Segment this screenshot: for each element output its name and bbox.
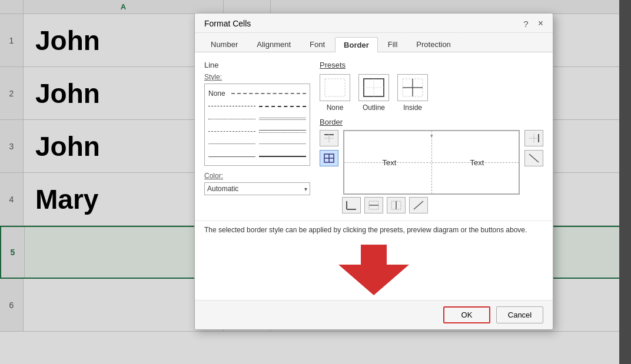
tab-font[interactable]: Font bbox=[301, 36, 334, 52]
tab-number[interactable]: Number bbox=[202, 36, 247, 52]
dialog-body: Line Style: None bbox=[195, 52, 553, 221]
color-select-value: Automatic bbox=[207, 185, 238, 193]
border-btn-inner-h[interactable] bbox=[364, 197, 383, 213]
color-dropdown-arrow: ▾ bbox=[304, 186, 307, 192]
dialog-controls: ? × bbox=[521, 18, 546, 29]
style-line-5[interactable] bbox=[208, 153, 306, 160]
border-layout: ▾ Text Text bbox=[320, 130, 543, 195]
help-button[interactable]: ? bbox=[521, 19, 530, 29]
border-inner-v-icon bbox=[391, 201, 401, 210]
cancel-button[interactable]: Cancel bbox=[496, 306, 543, 323]
style-line-2[interactable] bbox=[208, 115, 306, 122]
close-button[interactable]: × bbox=[536, 18, 546, 29]
none-label: None bbox=[208, 89, 225, 98]
presets-title: Presets bbox=[320, 61, 543, 69]
svg-line-16 bbox=[529, 154, 539, 162]
ok-button[interactable]: OK bbox=[443, 306, 490, 323]
dialog-title: Format Cells bbox=[204, 19, 251, 28]
preset-outline[interactable]: Outline bbox=[358, 74, 389, 112]
preset-inside[interactable]: Inside bbox=[397, 74, 428, 112]
border-bottom-left-icon bbox=[346, 201, 357, 210]
preset-none[interactable]: None bbox=[320, 74, 350, 112]
border-bottom-row bbox=[320, 197, 543, 213]
preset-outline-icon[interactable] bbox=[358, 74, 389, 101]
arrow-head bbox=[338, 265, 409, 295]
line-panel: Line Style: None bbox=[204, 61, 310, 213]
tab-protection[interactable]: Protection bbox=[407, 36, 460, 52]
border-btn-top-outside[interactable] bbox=[320, 130, 338, 146]
preset-none-label: None bbox=[327, 103, 344, 112]
border-btn-right-outside[interactable] bbox=[524, 130, 543, 146]
line-section-title: Line bbox=[204, 61, 310, 69]
border-buttons-right bbox=[524, 130, 543, 166]
preview-text-left: Text bbox=[383, 158, 397, 167]
preset-inside-icon[interactable] bbox=[397, 74, 428, 101]
style-line-none[interactable]: None bbox=[208, 89, 306, 98]
preset-inside-svg bbox=[401, 78, 424, 98]
dialog-titlebar: Format Cells ? × bbox=[195, 14, 553, 33]
border-btn-diag[interactable] bbox=[524, 150, 543, 166]
style-line-3[interactable] bbox=[208, 128, 306, 135]
border-top-outside-icon bbox=[324, 133, 334, 143]
preset-none-svg bbox=[324, 78, 346, 98]
dialog-footer: OK Cancel bbox=[195, 300, 553, 329]
format-cells-dialog: Format Cells ? × Number Alignment Font B… bbox=[194, 13, 553, 330]
border-diag2-icon bbox=[413, 201, 424, 210]
border-buttons-left bbox=[320, 130, 338, 166]
right-panel: Presets None bbox=[320, 61, 543, 213]
style-line-1[interactable] bbox=[208, 103, 306, 110]
presets-section: Presets None bbox=[320, 61, 543, 112]
preset-outline-svg bbox=[363, 78, 385, 98]
border-all-icon bbox=[324, 153, 334, 163]
style-box[interactable]: None bbox=[204, 84, 310, 166]
border-diag-icon bbox=[529, 153, 539, 163]
tab-alignment[interactable]: Alignment bbox=[248, 36, 300, 52]
dialog-tabs: Number Alignment Font Border Fill Protec… bbox=[195, 33, 553, 52]
arrow-container bbox=[195, 238, 553, 300]
preset-inside-label: Inside bbox=[403, 103, 422, 112]
border-btn-all[interactable] bbox=[320, 150, 338, 166]
tab-border[interactable]: Border bbox=[335, 37, 378, 52]
border-inner-h-icon bbox=[368, 201, 379, 210]
preview-text-right: Text bbox=[470, 158, 484, 167]
preset-none-icon[interactable] bbox=[320, 74, 350, 101]
border-title: Border bbox=[320, 118, 543, 126]
style-line-4[interactable] bbox=[208, 141, 306, 148]
info-text: The selected border style can be applied… bbox=[195, 221, 553, 238]
svg-line-23 bbox=[414, 201, 423, 209]
svg-rect-0 bbox=[325, 79, 345, 96]
tab-fill[interactable]: Fill bbox=[379, 36, 407, 52]
border-btn-bottom-left[interactable] bbox=[342, 197, 361, 213]
border-btn-inner-v[interactable] bbox=[387, 197, 406, 213]
border-preview-mid-v bbox=[431, 131, 432, 194]
presets-icons: None Outline bbox=[320, 74, 543, 112]
border-right-icon bbox=[529, 133, 539, 143]
style-label: Style: bbox=[204, 73, 310, 81]
color-select[interactable]: Automatic ▾ bbox=[204, 182, 310, 195]
border-btn-diag2[interactable] bbox=[409, 197, 428, 213]
border-section: Border bbox=[320, 118, 543, 213]
arrow-shaft bbox=[361, 245, 387, 265]
border-preview[interactable]: ▾ Text Text bbox=[343, 130, 520, 195]
preset-outline-label: Outline bbox=[363, 103, 385, 112]
color-label: Color: bbox=[204, 172, 310, 180]
